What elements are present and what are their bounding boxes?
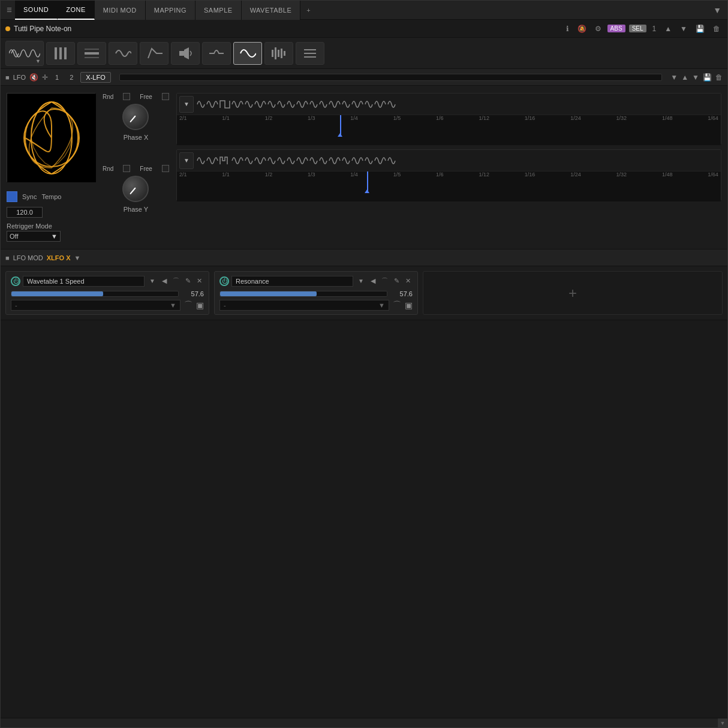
lfo-mod-source-label[interactable]: XLFO X xyxy=(47,254,71,261)
mod-1-dropdown-icon[interactable]: ▼ xyxy=(147,276,158,285)
empty-area xyxy=(1,320,727,718)
wave-y-rate-area[interactable]: 2/1 1/1 1/2 1/3 1/4 1/5 1/6 1/12 1/16 1/… xyxy=(177,172,721,201)
mod-2-curve2-btn[interactable]: ▣ xyxy=(405,300,413,310)
mod-1-row2: - ▼ ⌒ ▣ xyxy=(11,300,204,311)
tab-bar-menu-icon[interactable]: ☰ xyxy=(3,7,15,13)
waveform-bars2-btn[interactable] xyxy=(264,42,293,65)
retrigger-select[interactable]: Off ▼ xyxy=(7,231,61,242)
wave-lane-y-top: ▼ xyxy=(177,150,721,172)
mod-1-curve-icon[interactable]: ⌒ xyxy=(171,275,181,287)
lfo-move-icon[interactable]: ✛ xyxy=(42,73,48,82)
lfo-body: Sync Tempo 120.0 Retrigger Mode Off ▼ xyxy=(1,86,727,249)
tab-mapping[interactable]: MAPPING xyxy=(146,1,195,20)
mod-1-edit-icon[interactable]: ✎ xyxy=(183,276,192,286)
mod-2-close-icon[interactable]: ✕ xyxy=(404,276,413,286)
lfo-save-icon[interactable]: 💾 xyxy=(703,73,712,82)
waveform-vertical-bars-btn[interactable] xyxy=(46,42,75,65)
mod-1-curve-btn[interactable]: ⌒ xyxy=(184,300,192,311)
rnd-x-checkbox[interactable] xyxy=(123,93,130,100)
mod-1-name[interactable]: Wavetable 1 Speed xyxy=(23,276,145,287)
mod-2-value: 57.6 xyxy=(391,290,413,297)
lfo-mute-icon[interactable]: 🔇 xyxy=(29,73,38,82)
save-icon[interactable]: 💾 xyxy=(693,23,707,34)
waveform-main-btn[interactable]: ▼ xyxy=(5,41,44,66)
tab-wavetable[interactable]: WAVETABLE xyxy=(242,1,301,20)
tab-sample[interactable]: SAMPLE xyxy=(195,1,242,20)
mod-2-name[interactable]: Resonance xyxy=(231,276,353,287)
mod-2-power-btn[interactable] xyxy=(219,276,229,286)
mod-2-curve-btn[interactable]: ⌒ xyxy=(393,300,401,311)
mod-2-source-select[interactable]: - ▼ xyxy=(219,300,389,311)
lfo-tab2[interactable]: 2 xyxy=(66,73,77,82)
lfo-up-icon[interactable]: ▲ xyxy=(681,73,688,82)
bottom-scrollbar[interactable]: ▼ xyxy=(1,718,727,727)
header-controls: ℹ 🔕 ⚙ ABS SEL 1 ▲ ▼ 💾 🗑 xyxy=(564,23,723,34)
mod-2-curve-icon[interactable]: ⌒ xyxy=(380,275,390,287)
tab-sound[interactable]: SOUND xyxy=(15,1,58,20)
wave-y-dropdown-btn[interactable]: ▼ xyxy=(179,152,194,169)
rnd-y-checkbox[interactable] xyxy=(123,165,130,172)
mod-2-edit-icon[interactable]: ✎ xyxy=(392,276,401,286)
lfo-down-icon[interactable]: ▼ xyxy=(692,73,699,82)
waveform-wave2-btn[interactable] xyxy=(109,42,137,65)
free-x-checkbox[interactable] xyxy=(162,93,169,100)
lfo-dropdown-icon[interactable]: ▼ xyxy=(670,73,678,82)
abs-button[interactable]: ABS xyxy=(607,25,625,32)
tab-midi-mod[interactable]: MIDI MOD xyxy=(95,1,146,20)
mod-1-curve2-btn[interactable]: ▣ xyxy=(196,300,204,310)
mod-1-value: 57.6 xyxy=(182,290,204,297)
mute-icon[interactable]: 🔕 xyxy=(575,23,589,34)
lfo-amount-slider[interactable] xyxy=(119,74,663,81)
svg-rect-9 xyxy=(278,50,279,57)
phase-x-knob[interactable] xyxy=(122,104,149,130)
mod-2-slider-track[interactable] xyxy=(219,291,387,297)
lfo-delete-icon[interactable]: 🗑 xyxy=(715,73,723,82)
info-icon[interactable]: ℹ xyxy=(564,23,571,34)
mod-1-power-btn[interactable] xyxy=(11,276,20,286)
mod-2-left-arrow[interactable]: ◀ xyxy=(369,276,377,286)
wave-lane-x-top: ▼ xyxy=(177,94,721,115)
waveform-env-btn[interactable] xyxy=(140,42,169,65)
lfo-collapse-icon[interactable]: ■ xyxy=(5,74,10,81)
lfo-xlfo-btn[interactable]: X-LFO xyxy=(80,72,110,83)
tempo-value[interactable]: 120.0 xyxy=(7,207,43,218)
rate-x-indicator xyxy=(340,115,341,136)
lfo-tab1[interactable]: 1 xyxy=(52,73,62,82)
wave-x-rate-area[interactable]: 2/1 1/1 1/2 1/3 1/4 1/5 1/6 1/12 1/16 1/… xyxy=(177,115,721,145)
tab-add-button[interactable]: + xyxy=(300,4,316,16)
settings-icon[interactable]: ⚙ xyxy=(592,23,604,34)
scroll-down-btn[interactable]: ▼ xyxy=(718,718,727,728)
lfo-mod-dropdown-icon[interactable]: ▼ xyxy=(74,254,81,261)
waveform-sine-btn[interactable] xyxy=(233,42,262,65)
tab-bar-collapse-icon[interactable]: ▼ xyxy=(713,5,725,15)
mod-1-close-icon[interactable]: ✕ xyxy=(195,276,204,286)
phase-y-knob[interactable] xyxy=(122,176,149,202)
waveform-list-btn[interactable] xyxy=(296,42,324,65)
mod-1-source-select[interactable]: - ▼ xyxy=(11,300,181,311)
wave-x-selector[interactable] xyxy=(196,96,454,113)
wave-lane-x: ▼ xyxy=(176,93,721,145)
phase-y-label: Phase Y xyxy=(124,206,148,213)
main-container: ☰ SOUND ZONE MIDI MOD MAPPING SAMPLE WAV… xyxy=(0,0,728,728)
delete-icon[interactable]: 🗑 xyxy=(711,23,723,34)
wave-y-selector[interactable] xyxy=(196,152,454,169)
sync-toggle[interactable] xyxy=(7,191,17,202)
mod-1-slider-track[interactable] xyxy=(11,291,179,297)
lfo-mod-label: LFO MOD xyxy=(13,254,43,261)
add-mod-card[interactable]: + xyxy=(423,271,723,315)
lfo-mod-section: ■ LFO MOD XLFO X ▼ Wavetable 1 Speed ▼ ◀… xyxy=(1,249,727,320)
lfo-mod-collapse-icon[interactable]: ■ xyxy=(5,254,10,261)
mod-1-left-arrow[interactable]: ◀ xyxy=(160,276,169,286)
move-down-icon[interactable]: ▼ xyxy=(678,23,690,34)
wave-x-dropdown-btn[interactable]: ▼ xyxy=(179,96,194,113)
tab-zone[interactable]: ZONE xyxy=(58,1,95,20)
sel-button[interactable]: SEL xyxy=(629,25,646,32)
waveform-speaker-btn[interactable] xyxy=(171,42,200,65)
mod-2-dropdown-icon[interactable]: ▼ xyxy=(356,276,366,285)
lissajous-display xyxy=(7,93,95,182)
free-y-checkbox[interactable] xyxy=(162,165,169,172)
move-up-icon[interactable]: ▲ xyxy=(662,23,674,34)
waveform-flat-btn[interactable] xyxy=(77,42,106,65)
waveform-filter-btn[interactable] xyxy=(202,42,231,65)
svg-rect-12 xyxy=(304,49,316,50)
